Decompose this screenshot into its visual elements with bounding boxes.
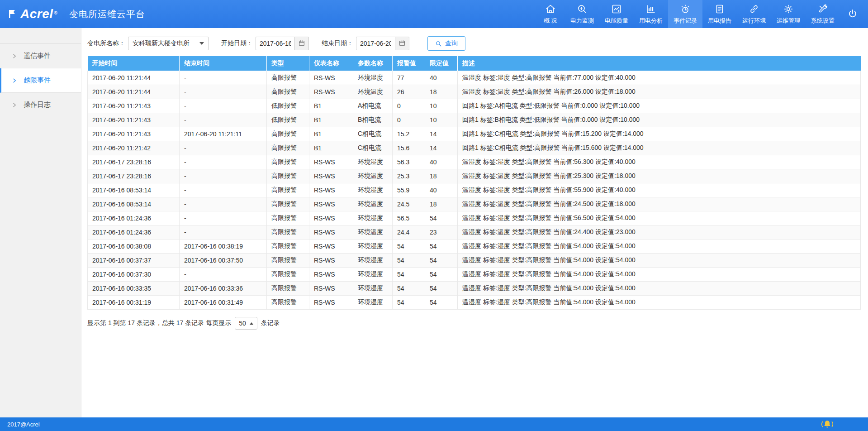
table-cell: 14 xyxy=(425,127,458,141)
sidebar-item-label: 遥信事件 xyxy=(24,52,51,60)
table-cell: C相电流 xyxy=(353,141,393,155)
substation-select-value: 安科瑞新大楼变电所 xyxy=(133,39,190,48)
table-cell: 高限报警 xyxy=(267,282,309,296)
table-cell: A相电流 xyxy=(353,99,393,113)
nav-item-8[interactable]: 系统设置 xyxy=(806,0,840,28)
table-cell: 高限报警 xyxy=(267,183,309,197)
table-cell: 55.9 xyxy=(393,183,425,197)
table-cell: 温湿度 标签:温度 类型:高限报警 当前值:24.500 设定值:18.000 xyxy=(458,197,861,211)
table-cell: 54 xyxy=(425,282,458,296)
table-row: 2017-06-20 11:21:432017-06-20 11:21:11高限… xyxy=(88,127,861,141)
nav-item-label: 运维管理 xyxy=(777,17,800,25)
chevron-down-icon xyxy=(199,42,204,45)
table-cell: 温湿度 标签:湿度 类型:高限报警 当前值:77.000 设定值:40.000 xyxy=(458,71,861,85)
column-header-3[interactable]: 仪表名称 xyxy=(309,56,353,71)
table-cell: 环境湿度 xyxy=(353,211,393,225)
column-header-4[interactable]: 参数名称 xyxy=(353,56,393,71)
table-cell: B1 xyxy=(309,113,353,127)
nav-item-label: 系统设置 xyxy=(811,17,835,25)
sidebar-item-2[interactable]: 操作日志 xyxy=(0,93,81,117)
registered-mark: ® xyxy=(54,10,57,15)
column-header-1[interactable]: 结束时间 xyxy=(180,56,267,71)
table-cell: 10 xyxy=(425,99,458,113)
column-header-7[interactable]: 描述 xyxy=(458,56,861,71)
table-cell: 56.3 xyxy=(393,155,425,169)
table-cell: RS-WS xyxy=(309,169,353,183)
table-row: 2017-06-16 00:33:352017-06-16 00:33:36高限… xyxy=(88,282,861,296)
column-header-6[interactable]: 限定值 xyxy=(425,56,458,71)
table-cell: - xyxy=(180,183,267,197)
column-header-0[interactable]: 开始时间 xyxy=(88,56,180,71)
table-cell: 温湿度 标签:温度 类型:高限报警 当前值:26.000 设定值:18.000 xyxy=(458,85,861,99)
sidebar-item-1[interactable]: 越限事件 xyxy=(0,68,81,93)
table-cell: 56.5 xyxy=(393,211,425,225)
table-cell: RS-WS xyxy=(309,71,353,85)
table-cell: 环境湿度 xyxy=(353,282,393,296)
logo-text: Acrel xyxy=(20,8,53,20)
page-size-select[interactable]: 50 xyxy=(235,317,257,330)
sidebar-item-label: 越限事件 xyxy=(24,76,51,85)
nav-item-1[interactable]: 电力监测 xyxy=(565,0,599,28)
home-icon xyxy=(545,4,556,14)
table-cell: 高限报警 xyxy=(267,169,309,183)
table-cell: RS-WS xyxy=(309,211,353,225)
query-button[interactable]: 查询 xyxy=(427,36,465,51)
table-cell: 环境湿度 xyxy=(353,268,393,282)
start-date-calendar-button[interactable] xyxy=(294,37,309,50)
table-cell: 温湿度 标签:温度 类型:高限报警 当前值:25.300 设定值:18.000 xyxy=(458,169,861,183)
top-nav: 概 况电力监测电能质量用电分析事件记录用电报告运行环境运维管理系统设置 xyxy=(536,0,840,28)
table-header-row: 开始时间结束时间类型仪表名称参数名称报警值限定值描述 xyxy=(88,56,861,71)
table-cell: 25.3 xyxy=(393,169,425,183)
table-cell: B1 xyxy=(309,127,353,141)
column-header-2[interactable]: 类型 xyxy=(267,56,309,71)
calendar-icon xyxy=(398,39,406,48)
table-cell: RS-WS xyxy=(309,155,353,169)
power-button[interactable] xyxy=(840,0,868,28)
nav-item-4[interactable]: 事件记录 xyxy=(668,0,702,28)
chevron-up-icon xyxy=(250,322,253,325)
table-cell: - xyxy=(180,225,267,239)
table-cell: RS-WS xyxy=(309,183,353,197)
pagination-info: 显示第 1 到第 17 条记录，总共 17 条记录 每页显示 xyxy=(87,319,231,327)
table-cell: C相电流 xyxy=(353,127,393,141)
end-date-calendar-button[interactable] xyxy=(395,37,409,50)
table-cell: 低限报警 xyxy=(267,113,309,127)
end-date-input[interactable] xyxy=(356,37,395,50)
table-cell: 2017-06-17 23:28:16 xyxy=(88,155,180,169)
calendar-icon xyxy=(298,39,305,48)
nav-item-5[interactable]: 用电报告 xyxy=(702,0,737,28)
nav-item-label: 用电分析 xyxy=(639,17,663,25)
table-cell: 温湿度 标签:湿度 类型:高限报警 当前值:56.300 设定值:40.000 xyxy=(458,155,861,169)
power-monitor-icon xyxy=(577,4,588,14)
nav-item-label: 电力监测 xyxy=(570,17,594,25)
table-cell: 26 xyxy=(393,85,425,99)
table-cell: - xyxy=(180,197,267,211)
nav-item-7[interactable]: 运维管理 xyxy=(771,0,806,28)
page-size-value: 50 xyxy=(239,320,246,327)
footer: 2017@Acrel xyxy=(0,417,868,431)
nav-item-label: 事件记录 xyxy=(674,17,697,25)
start-date-label: 开始日期： xyxy=(221,39,253,48)
nav-item-label: 运行环境 xyxy=(742,17,766,25)
nav-item-0[interactable]: 概 况 xyxy=(536,0,565,28)
nav-item-6[interactable]: 运行环境 xyxy=(737,0,771,28)
column-header-5[interactable]: 报警值 xyxy=(393,56,425,71)
sidebar-item-0[interactable]: 遥信事件 xyxy=(0,44,81,68)
table-cell: 24.4 xyxy=(393,225,425,239)
table-row: 2017-06-16 00:31:192017-06-16 00:31:49高限… xyxy=(88,296,861,310)
nav-item-2[interactable]: 电能质量 xyxy=(599,0,634,28)
table-row: 2017-06-16 00:38:082017-06-16 00:38:19高限… xyxy=(88,239,861,254)
notification-bell-icon[interactable] xyxy=(821,418,834,430)
substation-select[interactable]: 安科瑞新大楼变电所 xyxy=(128,37,209,50)
table-cell: 2017-06-16 08:53:14 xyxy=(88,197,180,211)
start-date-input[interactable] xyxy=(256,37,294,50)
table-cell: 高限报警 xyxy=(267,296,309,310)
substation-label: 变电所名称： xyxy=(87,39,125,48)
table-cell: 低限报警 xyxy=(267,99,309,113)
end-date-label: 结束日期： xyxy=(322,39,353,48)
nav-item-3[interactable]: 用电分析 xyxy=(634,0,668,28)
table-cell: 高限报警 xyxy=(267,127,309,141)
table-cell: 2017-06-17 23:28:16 xyxy=(88,169,180,183)
table-row: 2017-06-20 11:21:42-高限报警B1C相电流15.614回路1 … xyxy=(88,141,861,155)
table-cell: 回路1 标签:C相电流 类型:高限报警 当前值:15.600 设定值:14.00… xyxy=(458,141,861,155)
